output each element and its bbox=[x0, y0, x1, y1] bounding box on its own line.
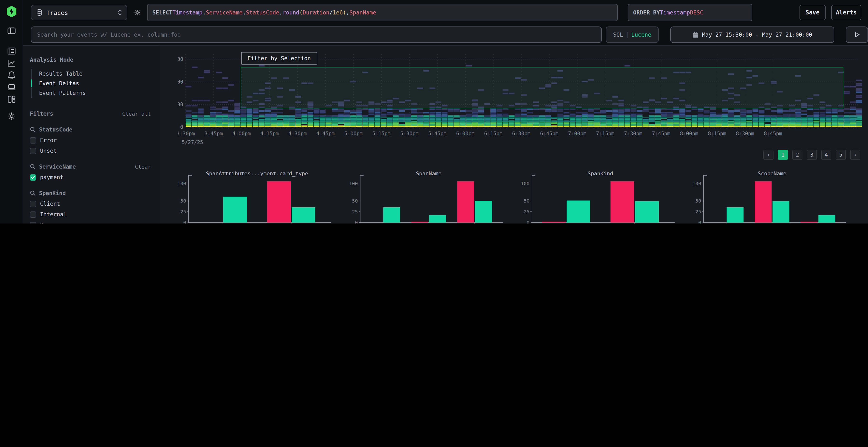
svg-text:25: 25 bbox=[352, 209, 358, 215]
svg-text:4:45pm: 4:45pm bbox=[316, 131, 335, 137]
select-query-token: , bbox=[346, 9, 349, 16]
checkbox[interactable] bbox=[30, 201, 36, 207]
heatmap-selection-box[interactable] bbox=[241, 67, 843, 108]
svg-text:400: 400 bbox=[179, 79, 183, 85]
analysis-mode-title: Analysis Mode bbox=[30, 56, 151, 63]
svg-text:100: 100 bbox=[521, 181, 529, 186]
facet-clear-link[interactable]: Clear bbox=[135, 164, 151, 170]
sql-toggle-label: SQL bbox=[613, 31, 623, 38]
svg-text:600: 600 bbox=[179, 56, 183, 62]
svg-text:ScopeName: ScopeName bbox=[757, 171, 786, 176]
svg-text:50: 50 bbox=[180, 198, 186, 204]
filter-option[interactable]: Error bbox=[30, 137, 151, 143]
clear-all-filters-link[interactable]: Clear all bbox=[122, 110, 151, 117]
date-range-value: May 27 15:30:00 - May 27 21:00:00 bbox=[702, 31, 812, 38]
svg-text:3:30pm: 3:30pm bbox=[179, 131, 195, 137]
checkbox[interactable] bbox=[30, 148, 36, 154]
search-logs-icon[interactable] bbox=[7, 46, 17, 56]
select-query-token: , bbox=[279, 9, 283, 16]
facet-header: StatusCode bbox=[30, 126, 151, 133]
date-range-picker[interactable]: May 27 15:30:00 - May 27 21:00:00 bbox=[670, 27, 834, 43]
svg-text:4:30pm: 4:30pm bbox=[288, 131, 307, 137]
svg-text:50: 50 bbox=[524, 198, 529, 204]
alerts-button[interactable]: Alerts bbox=[831, 5, 861, 20]
svg-text:8:45pm: 8:45pm bbox=[764, 131, 782, 137]
checkbox[interactable] bbox=[30, 137, 36, 143]
filter-option[interactable]: Unset bbox=[30, 147, 151, 154]
svg-text:25: 25 bbox=[524, 209, 529, 215]
svg-text:100: 100 bbox=[692, 181, 701, 186]
analysis-mode-item-event-deltas[interactable]: Event Deltas bbox=[32, 78, 151, 88]
filter-option-label: Error bbox=[40, 137, 57, 143]
pagination-page-3[interactable]: 3 bbox=[807, 150, 817, 160]
delta-chart-card_type[interactable]: SpanAttributes...yment.card_type02550100… bbox=[175, 169, 339, 224]
delta-chart-scope_name[interactable]: ScopeName02550100@hyperdx/instrumentatio… bbox=[689, 169, 854, 224]
pagination-page-4[interactable]: 4 bbox=[821, 150, 831, 160]
pagination-page-1[interactable]: 1 bbox=[778, 150, 788, 160]
chart-explorer-icon[interactable] bbox=[7, 58, 17, 68]
svg-text:100: 100 bbox=[178, 181, 186, 186]
search-icon bbox=[30, 127, 36, 133]
svg-text:0: 0 bbox=[527, 220, 529, 224]
orderby-query-input[interactable]: ORDER BY Timestamp DESC bbox=[628, 4, 752, 21]
run-query-button[interactable] bbox=[846, 27, 868, 43]
checkbox[interactable] bbox=[30, 222, 36, 224]
svg-text:5/27/25: 5/27/25 bbox=[182, 139, 203, 145]
source-selector-value: Traces bbox=[46, 9, 114, 16]
checkbox[interactable] bbox=[30, 211, 36, 217]
pagination-prev-button[interactable]: ‹ bbox=[763, 150, 774, 160]
pagination-page-5[interactable]: 5 bbox=[836, 150, 846, 160]
svg-text:3:45pm: 3:45pm bbox=[205, 131, 223, 137]
language-toggle[interactable]: SQL | Lucene bbox=[606, 27, 659, 43]
settings-gear-icon[interactable] bbox=[7, 111, 17, 121]
analysis-mode-item-results-table[interactable]: Results Table bbox=[32, 69, 151, 78]
sidebar-toggle-icon[interactable] bbox=[7, 26, 17, 36]
svg-text:4:15pm: 4:15pm bbox=[260, 131, 279, 137]
svg-text:100: 100 bbox=[349, 181, 358, 186]
select-query-token: ServiceName bbox=[206, 9, 243, 16]
filter-option[interactable]: Client bbox=[30, 200, 151, 207]
search-input[interactable] bbox=[31, 27, 602, 43]
dashboards-icon[interactable] bbox=[7, 94, 17, 104]
svg-text:7:15pm: 7:15pm bbox=[596, 131, 614, 137]
pagination-page-2[interactable]: 2 bbox=[792, 150, 802, 160]
analysis-mode-item-event-patterns[interactable]: Event Patterns bbox=[32, 88, 151, 98]
select-query-token: ( bbox=[299, 9, 303, 16]
delta-chart-span_kind[interactable]: SpanKind02550100InternalServer bbox=[518, 169, 682, 224]
orderby-query-token: DESC bbox=[690, 9, 703, 16]
source-settings-gear-icon[interactable] bbox=[133, 9, 141, 16]
filter-option[interactable]: payment bbox=[30, 174, 151, 181]
filter-option-label: Client bbox=[40, 200, 60, 207]
delta-chart-span_name[interactable]: SpanName02550100grpc.oteldemo.PaymentSer… bbox=[346, 169, 510, 224]
filter-option[interactable]: Server bbox=[30, 221, 151, 224]
svg-text:50: 50 bbox=[695, 198, 701, 204]
svg-text:SpanKind: SpanKind bbox=[588, 171, 613, 176]
filters-title: Filters bbox=[30, 110, 53, 117]
svg-text:0: 0 bbox=[698, 220, 701, 224]
pagination-next-button[interactable]: › bbox=[850, 150, 860, 160]
select-query-input[interactable]: SELECT Timestamp,ServiceName,StatusCode,… bbox=[147, 4, 618, 21]
svg-text:5:30pm: 5:30pm bbox=[400, 131, 418, 137]
sessions-laptop-icon[interactable] bbox=[7, 82, 17, 92]
filter-option[interactable]: Internal bbox=[30, 211, 151, 218]
filter-option-label: Unset bbox=[40, 147, 57, 154]
filter-option-label: Internal bbox=[40, 211, 67, 218]
svg-text:200: 200 bbox=[179, 102, 183, 107]
checkbox-checked[interactable] bbox=[30, 174, 36, 180]
filter-option-label: payment bbox=[40, 174, 63, 181]
facet-group-servicename: ServiceNameClearpayment bbox=[30, 163, 151, 181]
svg-text:SpanAttributes...yment.card_ty: SpanAttributes...yment.card_type bbox=[206, 171, 308, 176]
svg-text:50: 50 bbox=[352, 198, 358, 204]
source-selector[interactable]: Traces bbox=[31, 5, 127, 20]
play-icon bbox=[854, 32, 860, 38]
chevron-updown-icon bbox=[118, 9, 122, 16]
svg-text:6:15pm: 6:15pm bbox=[484, 131, 502, 137]
hyperdx-logo-icon[interactable] bbox=[5, 5, 18, 18]
svg-text:25: 25 bbox=[180, 209, 186, 215]
top-toolbar: Traces SELECT Timestamp,ServiceName,Stat… bbox=[23, 0, 868, 46]
select-query-token: / bbox=[329, 9, 333, 16]
analysis-mode-list: Results TableEvent DeltasEvent Patterns bbox=[31, 69, 151, 98]
toggle-divider: | bbox=[625, 31, 629, 38]
alerts-bell-icon[interactable] bbox=[7, 70, 17, 80]
save-button[interactable]: Save bbox=[800, 5, 826, 20]
